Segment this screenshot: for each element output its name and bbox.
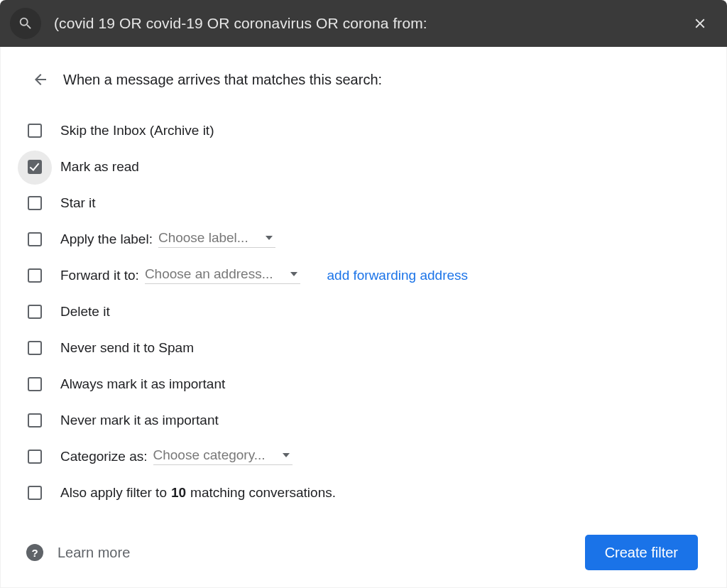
link-add-forwarding[interactable]: add forwarding address	[327, 268, 469, 283]
close-icon[interactable]	[686, 9, 714, 38]
search-icon[interactable]	[10, 8, 41, 39]
checkbox-delete-it[interactable]	[28, 305, 42, 319]
label-apply-label: Apply the label:	[60, 232, 153, 247]
chevron-down-icon	[290, 272, 297, 276]
label-never-spam: Never send it to Spam	[60, 340, 194, 356]
label-forward-to: Forward it to:	[60, 268, 139, 283]
create-filter-button[interactable]: Create filter	[585, 535, 698, 570]
label-skip-inbox: Skip the Inbox (Archive it)	[60, 123, 214, 138]
label-also-apply-count: 10	[171, 485, 186, 501]
search-bar: (covid 19 OR covid-19 OR coronavirus OR …	[0, 0, 727, 47]
checkbox-skip-inbox[interactable]	[28, 124, 42, 138]
checkbox-never-spam[interactable]	[28, 341, 42, 355]
panel-footer: ? Learn more Create filter	[1, 535, 726, 570]
chevron-down-icon	[283, 453, 290, 457]
dropdown-categorize-as-text: Choose category...	[153, 447, 266, 463]
option-apply-label: Apply the label: Choose label...	[28, 221, 698, 257]
dropdown-apply-label[interactable]: Choose label...	[158, 230, 275, 248]
option-star-it: Star it	[28, 185, 698, 221]
checkbox-categorize-as[interactable]	[28, 450, 42, 464]
option-categorize-as: Categorize as: Choose category...	[28, 438, 698, 474]
help-icon[interactable]: ?	[26, 544, 43, 561]
option-forward-to: Forward it to: Choose an address... add …	[28, 257, 698, 293]
option-mark-read: Mark as read	[28, 148, 698, 185]
filter-panel: When a message arrives that matches this…	[0, 47, 727, 588]
option-never-spam: Never send it to Spam	[28, 330, 698, 366]
label-also-apply-pre: Also apply filter to	[60, 485, 167, 501]
label-always-important: Always mark it as important	[60, 376, 225, 392]
option-always-important: Always mark it as important	[28, 366, 698, 402]
chevron-down-icon	[266, 236, 273, 240]
checkbox-never-important[interactable]	[28, 413, 42, 428]
label-mark-read: Mark as read	[60, 159, 139, 175]
dropdown-apply-label-text: Choose label...	[158, 230, 248, 246]
option-never-important: Never mark it as important	[28, 402, 698, 438]
checkbox-mark-read[interactable]	[28, 160, 42, 174]
search-query-text[interactable]: (covid 19 OR covid-19 OR coronavirus OR …	[54, 15, 686, 32]
checkbox-always-important[interactable]	[28, 377, 42, 391]
checkbox-apply-label[interactable]	[28, 232, 42, 246]
option-list: Skip the Inbox (Archive it) Mark as read…	[1, 112, 726, 511]
label-star-it: Star it	[60, 195, 96, 211]
back-arrow-icon[interactable]	[31, 70, 50, 89]
option-skip-inbox: Skip the Inbox (Archive it)	[28, 112, 698, 148]
label-delete-it: Delete it	[60, 304, 110, 320]
dropdown-forward-to[interactable]: Choose an address...	[145, 266, 300, 284]
checkbox-star-it[interactable]	[28, 196, 42, 210]
checkbox-forward-to[interactable]	[28, 268, 42, 283]
checkbox-also-apply[interactable]	[28, 486, 42, 500]
label-also-apply-post: matching conversations.	[190, 485, 336, 501]
option-also-apply: Also apply filter to 10 matching convers…	[28, 474, 698, 511]
panel-header: When a message arrives that matches this…	[1, 47, 726, 112]
label-never-important: Never mark it as important	[60, 413, 219, 428]
dropdown-forward-to-text: Choose an address...	[145, 266, 273, 282]
option-delete-it: Delete it	[28, 293, 698, 330]
label-categorize-as: Categorize as:	[60, 449, 148, 464]
label-also-apply: Also apply filter to 10 matching convers…	[60, 485, 336, 501]
panel-title: When a message arrives that matches this…	[63, 72, 382, 88]
dropdown-categorize-as[interactable]: Choose category...	[153, 447, 293, 465]
learn-more-link[interactable]: Learn more	[58, 545, 130, 561]
